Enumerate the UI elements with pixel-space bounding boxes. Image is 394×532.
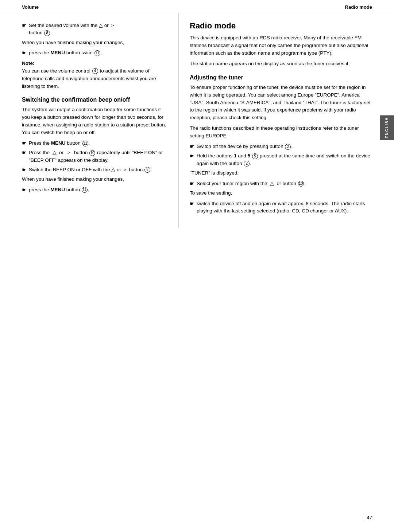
beep-switch: Switch the BEEP ON or OFF with the △ or …	[29, 166, 167, 173]
tuner-hold-buttons: Hold the buttons 1 and 5 5 pressed at th…	[197, 152, 372, 167]
arrow-icon-1: ☛	[22, 22, 27, 29]
volume-bullet-1: ☛ Set the desired volume with the △ or ＞…	[22, 22, 167, 37]
circle-11b: 11	[82, 141, 88, 146]
tuner-bullet-2: ☛ Hold the buttons 1 and 5 5 pressed at …	[190, 152, 372, 167]
beep-bullet-4: ☛ press the MENU button 11.	[22, 186, 167, 193]
tuner-bullet-3: ☛ Select your tuner region with the △ or…	[190, 180, 372, 187]
tuner-bullet-4: ☛ switch the device off and on again or …	[190, 200, 372, 215]
circle-2b: 2	[244, 161, 250, 167]
circle-4: 4	[92, 68, 98, 74]
english-tab: ENGLISH	[380, 115, 394, 140]
tuner-para3: To save the setting,	[190, 189, 372, 197]
main-content: ☛ Set the desired volume with the △ or ＞…	[0, 13, 394, 228]
beep-para1: The system will output a confirmation be…	[22, 106, 167, 137]
beep-press-menu: Press the MENU button 11.	[29, 140, 167, 147]
header-radiomode-label: Radio mode	[345, 4, 372, 10]
beep-press-or: Press the △ or ＞ button 10 repeatedly un…	[29, 149, 167, 164]
footer: 47	[364, 514, 372, 521]
right-column: ENGLISH Radio mode This device is equipp…	[179, 13, 394, 228]
circle-11c: 11	[82, 187, 88, 193]
tuner-select-region: Select your tuner region with the △ or b…	[197, 180, 372, 187]
tuner-display-text: "TUNER" is displayed.	[190, 169, 372, 177]
tuner-switch-off-on: switch the device off and on again or wa…	[197, 200, 372, 215]
volume-bullet-2: ☛ press the MENU button twice 11.	[22, 49, 167, 56]
arrow-icon-9: ☛	[190, 180, 194, 187]
circle-2a: 2	[285, 144, 291, 150]
beep-press-menu2: press the MENU button 11.	[29, 186, 167, 193]
radio-mode-title: Radio mode	[190, 21, 372, 31]
beep-para2: When you have finished making your chang…	[22, 176, 167, 183]
arrow-icon-5: ☛	[22, 167, 27, 173]
beep-bullet-3: ☛ Switch the BEEP ON or OFF with the △ o…	[22, 166, 167, 173]
arrow-icon-8: ☛	[190, 153, 194, 159]
beep-bullet-2: ☛ Press the △ or ＞ button 10 repeatedly …	[22, 149, 167, 164]
tuner-para2: The radio functions described in these o…	[190, 125, 372, 140]
note-label: Note:	[22, 60, 167, 66]
tuner-switch-off: Switch off the device by pressing button…	[197, 143, 372, 150]
tuner-para1: To ensure proper functioning of the tune…	[190, 84, 372, 122]
volume-set-text: Set the desired volume with the △ or ＞ b…	[29, 22, 167, 37]
circle-5: 5	[252, 153, 258, 159]
adjusting-tuner-title: Adjusting the tuner	[190, 74, 372, 81]
arrow-icon-7: ☛	[190, 143, 194, 150]
tuner-bullet-1: ☛ Switch off the device by pressing butt…	[190, 143, 372, 150]
arrow-icon-3: ☛	[22, 140, 27, 146]
page: Volume Radio mode ☛ Set the desired volu…	[0, 0, 394, 532]
arrow-icon-6: ☛	[22, 187, 27, 193]
volume-menu-press: press the MENU button twice 11.	[29, 49, 167, 56]
beep-bullet-1: ☛ Press the MENU button 11.	[22, 140, 167, 147]
arrow-icon-4: ☛	[22, 149, 27, 156]
circle-8: 8	[44, 30, 50, 36]
circle-11a: 11	[94, 50, 100, 56]
header: Volume Radio mode	[0, 0, 394, 13]
page-number: 47	[367, 515, 372, 520]
footer-divider	[364, 514, 364, 521]
circle-10b: 10	[298, 181, 304, 187]
arrow-icon-2: ☛	[22, 50, 27, 56]
left-column: ☛ Set the desired volume with the △ or ＞…	[0, 13, 179, 228]
circle-8b: 8	[144, 167, 150, 173]
circle-10a: 10	[89, 150, 95, 156]
header-volume-label: Volume	[22, 4, 39, 10]
radio-mode-para1: This device is equipped with an RDS radi…	[190, 34, 372, 57]
beep-section-title: Switching the confirmation beep on/off	[22, 97, 167, 103]
note-text: You can use the volume control 4 to adju…	[22, 67, 167, 90]
arrow-icon-10: ☛	[190, 200, 194, 207]
radio-mode-para2: The station name appears on the display …	[190, 60, 372, 68]
volume-para1: When you have finished making your chang…	[22, 39, 167, 47]
